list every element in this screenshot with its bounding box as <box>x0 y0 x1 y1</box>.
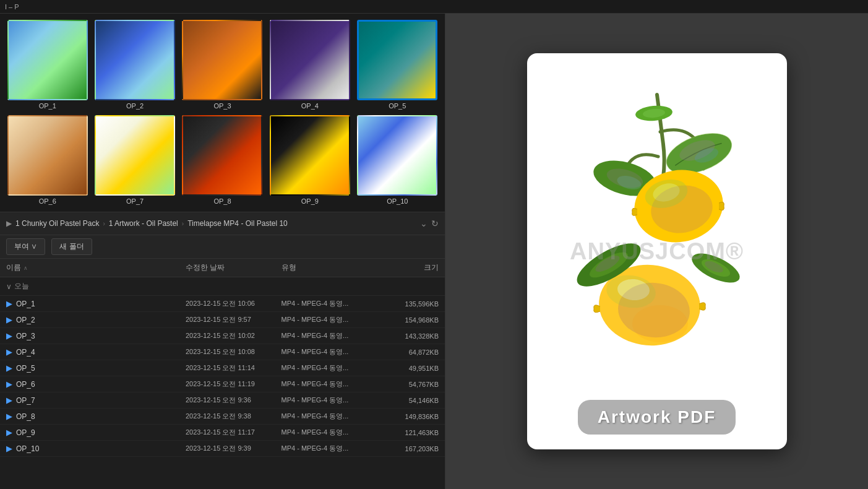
new-folder-label: 새 폴더 <box>59 241 84 252</box>
breadcrumb-item-3[interactable]: Timelapse MP4 - Oil Pastel 10 <box>187 219 288 228</box>
thumb-label-op_7: OP_7 <box>126 197 144 205</box>
table-row[interactable]: ▶ OP_8 2023-12-15 오전 9:38 MP4 - MPEG-4 동… <box>0 409 445 425</box>
left-panel: OP_1OP_2OP_3OP_4OP_5OP_6OP_7OP_8OP_9OP_1… <box>0 14 445 489</box>
thumb-image-op_3 <box>182 20 262 100</box>
file-icon: ▶ <box>6 379 12 389</box>
thumb-label-op_6: OP_6 <box>39 197 56 205</box>
file-name-cell: ▶ OP_3 <box>6 331 186 340</box>
thumb-image-op_10 <box>357 115 437 196</box>
file-date-cell: 2023-12-15 오전 9:36 <box>186 396 281 405</box>
thumb-item-op_6[interactable]: OP_6 <box>6 115 88 206</box>
file-date-cell: 2023-12-15 오전 11:19 <box>186 379 281 389</box>
thumb-item-op_4[interactable]: OP_4 <box>269 20 351 110</box>
thumb-image-op_1 <box>7 20 88 100</box>
table-row[interactable]: ▶ OP_5 2023-12-15 오전 11:14 MP4 - MPEG-4 … <box>0 360 445 376</box>
col-size[interactable]: 크기 <box>377 262 439 273</box>
file-type-cell: MP4 - MPEG-4 동영... <box>281 428 377 437</box>
thumb-image-op_6 <box>7 115 88 196</box>
file-name-cell: ▶ OP_6 <box>6 379 186 389</box>
table-row[interactable]: ▶ OP_2 2023-12-15 오전 9:57 MP4 - MPEG-4 동… <box>0 312 445 328</box>
breadcrumb-item-1[interactable]: 1 Chunky Oil Pastel Pack <box>15 219 99 228</box>
file-name-cell: ▶ OP_1 <box>6 299 186 308</box>
file-date-cell: 2023-12-15 오전 10:02 <box>186 331 281 340</box>
lemon-artwork <box>558 82 756 379</box>
file-size-cell: 135,596KB <box>377 300 439 308</box>
file-date-cell: 2023-12-15 오전 9:38 <box>186 412 281 421</box>
file-name-text: OP_9 <box>16 428 35 437</box>
file-size-cell: 54,767KB <box>377 381 439 388</box>
group-today: ∨ 오늘 <box>0 277 445 296</box>
thumb-label-op_1: OP_1 <box>39 102 56 110</box>
title-bar: I – P <box>0 0 868 14</box>
file-date-cell: 2023-12-15 오전 10:06 <box>186 299 281 308</box>
file-date-cell: 2023-12-15 오전 9:39 <box>186 444 281 453</box>
artwork-pdf-label: Artwork PDF <box>578 400 736 435</box>
breadcrumb-sep-2: › <box>182 220 184 227</box>
right-panel: Artwork PDF ANYUSJCOM® <box>445 14 868 489</box>
table-row[interactable]: ▶ OP_9 2023-12-15 오전 11:17 MP4 - MPEG-4 … <box>0 425 445 441</box>
thumb-label-op_3: OP_3 <box>213 102 231 110</box>
table-row[interactable]: ▶ OP_6 2023-12-15 오전 11:19 MP4 - MPEG-4 … <box>0 376 445 392</box>
thumb-image-op_8 <box>182 115 262 196</box>
toolbar: 부여 ∨ 새 폴더 <box>0 235 445 259</box>
thumb-item-op_1[interactable]: OP_1 <box>6 20 88 110</box>
preview-artwork <box>542 68 772 394</box>
thumb-item-op_9[interactable]: OP_9 <box>269 115 351 206</box>
breadcrumb-dropdown-btn[interactable]: ⌄ <box>420 219 428 228</box>
thumb-item-op_2[interactable]: OP_2 <box>93 20 176 110</box>
breadcrumb-sep-1: › <box>103 220 105 227</box>
title-text: I – P <box>5 3 19 11</box>
file-size-cell: 154,968KB <box>377 316 439 324</box>
breadcrumb-item-2[interactable]: 1 Artwork - Oil Pastel <box>109 219 178 228</box>
svg-point-15 <box>632 305 688 342</box>
file-type-cell: MP4 - MPEG-4 동영... <box>281 347 377 357</box>
breadcrumb-arrow-left[interactable]: ▶ <box>6 219 12 228</box>
file-icon: ▶ <box>6 347 12 357</box>
file-type-cell: MP4 - MPEG-4 동영... <box>281 299 377 308</box>
file-name-cell: ▶ OP_9 <box>6 428 186 437</box>
file-name-text: OP_1 <box>16 300 35 308</box>
sort-button[interactable]: 부여 ∨ <box>6 238 45 255</box>
file-type-cell: MP4 - MPEG-4 동영... <box>281 396 377 405</box>
file-size-cell: 54,146KB <box>377 397 439 404</box>
thumb-image-op_7 <box>95 115 175 196</box>
thumb-item-op_5[interactable]: OP_5 <box>356 20 439 110</box>
thumb-item-op_10[interactable]: OP_10 <box>356 115 439 206</box>
file-name-cell: ▶ OP_8 <box>6 412 186 421</box>
thumb-image-op_4 <box>270 20 350 100</box>
file-size-cell: 143,328KB <box>377 332 439 340</box>
thumb-item-op_3[interactable]: OP_3 <box>181 20 264 110</box>
table-row[interactable]: ▶ OP_3 2023-12-15 오전 10:02 MP4 - MPEG-4 … <box>0 328 445 344</box>
thumb-image-op_9 <box>270 115 350 196</box>
thumb-label-op_10: OP_10 <box>387 197 408 205</box>
breadcrumb-refresh-btn[interactable]: ↻ <box>431 219 439 228</box>
file-name-cell: ▶ OP_10 <box>6 444 186 453</box>
file-size-cell: 49,951KB <box>377 365 439 372</box>
table-row[interactable]: ▶ OP_10 2023-12-15 오전 9:39 MP4 - MPEG-4 … <box>0 441 445 457</box>
thumb-item-op_7[interactable]: OP_7 <box>93 115 176 206</box>
table-row[interactable]: ▶ OP_1 2023-12-15 오전 10:06 MP4 - MPEG-4 … <box>0 296 445 312</box>
col-name[interactable]: 이름 ∧ <box>6 262 186 273</box>
col-type[interactable]: 유형 <box>281 262 377 273</box>
file-icon: ▶ <box>6 331 12 340</box>
file-type-cell: MP4 - MPEG-4 동영... <box>281 379 377 389</box>
file-type-cell: MP4 - MPEG-4 동영... <box>281 331 377 340</box>
file-icon: ▶ <box>6 363 12 373</box>
thumb-item-op_8[interactable]: OP_8 <box>181 115 264 206</box>
file-type-cell: MP4 - MPEG-4 동영... <box>281 363 377 373</box>
thumb-label-op_2: OP_2 <box>126 102 144 110</box>
file-name-text: OP_6 <box>16 380 35 389</box>
file-size-cell: 149,836KB <box>377 413 439 420</box>
new-folder-button[interactable]: 새 폴더 <box>51 238 92 255</box>
file-type-cell: MP4 - MPEG-4 동영... <box>281 444 377 453</box>
file-name-cell: ▶ OP_4 <box>6 347 186 357</box>
table-row[interactable]: ▶ OP_7 2023-12-15 오전 9:36 MP4 - MPEG-4 동… <box>0 392 445 409</box>
table-row[interactable]: ▶ OP_4 2023-12-15 오전 10:08 MP4 - MPEG-4 … <box>0 344 445 360</box>
file-list[interactable]: ∨ 오늘 ▶ OP_1 2023-12-15 오전 10:06 MP4 - MP… <box>0 277 445 489</box>
file-name-cell: ▶ OP_7 <box>6 396 186 405</box>
file-icon: ▶ <box>6 412 12 421</box>
file-date-cell: 2023-12-15 오전 10:08 <box>186 347 281 357</box>
file-name-text: OP_3 <box>16 332 35 340</box>
col-date[interactable]: 수정한 날짜 <box>186 262 281 273</box>
file-name-text: OP_8 <box>16 412 35 421</box>
